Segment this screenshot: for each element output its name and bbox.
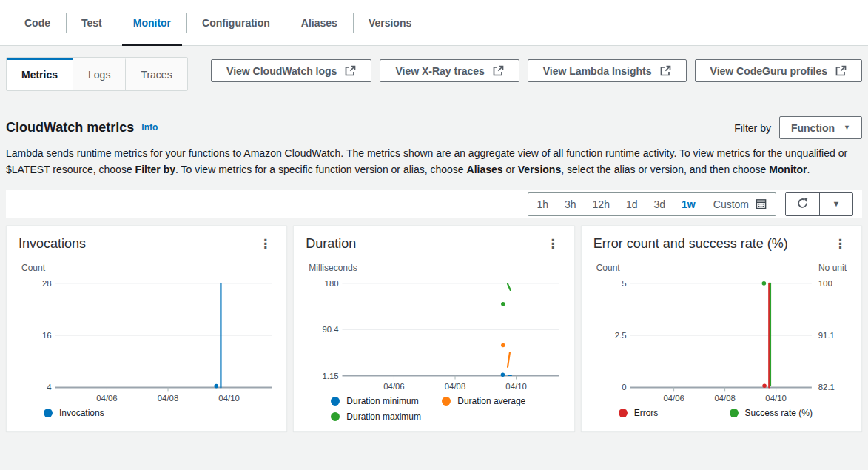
filter-by-label: Filter by	[734, 122, 771, 134]
chart-card-header: Invocations⋮	[18, 236, 275, 252]
calendar-icon	[756, 198, 767, 209]
refresh-options-button[interactable]: ▼	[819, 193, 852, 215]
tab-monitor[interactable]: Monitor	[118, 0, 186, 45]
legend-color-dot	[619, 409, 628, 417]
legend-label: Errors	[634, 408, 659, 418]
info-link[interactable]: Info	[141, 122, 158, 132]
tab-versions[interactable]: Versions	[353, 0, 427, 45]
legend-item-invocations[interactable]: Invocations	[44, 408, 275, 418]
legend-label: Duration maximum	[346, 412, 421, 422]
svg-text:100: 100	[818, 279, 832, 288]
legend-item-duration-minimum[interactable]: Duration minimum	[331, 396, 442, 406]
svg-text:04/10: 04/10	[218, 394, 239, 403]
external-link-icon	[344, 65, 356, 77]
svg-text:0: 0	[622, 383, 626, 392]
chart-title: Invocations	[18, 236, 86, 252]
time-toolbar: 1h3h12h1d3d1wCustom ▼	[6, 190, 862, 218]
svg-text:04/10: 04/10	[506, 382, 527, 391]
view-x-ray-traces-button[interactable]: View X-Ray traces	[380, 59, 519, 82]
chart-title: Duration	[306, 236, 356, 252]
svg-text:04/06: 04/06	[384, 382, 405, 391]
legend-label: Duration average	[457, 396, 525, 406]
chevron-down-icon: ▼	[844, 124, 850, 131]
action-buttons: View CloudWatch logsView X-Ray tracesVie…	[211, 59, 862, 82]
page-title-text: CloudWatch metrics	[6, 120, 134, 135]
left-axis-unit: Count	[596, 263, 620, 273]
legend-color-dot	[331, 397, 340, 406]
axis-unit-row: Milliseconds	[309, 263, 559, 273]
range-option-12h[interactable]: 12h	[585, 193, 618, 215]
description-text: Lambda sends runtime metrics for your fu…	[6, 146, 862, 178]
legend-label: Duration minimum	[346, 396, 418, 406]
chart-plot-invocations[interactable]: 2816404/0604/0804/10	[18, 276, 275, 406]
time-range-selector: 1h3h12h1d3d1wCustom	[528, 192, 776, 216]
metric-subtabs: MetricsLogsTraces	[6, 57, 188, 91]
chart-legend: ErrorsSuccess rate (%)	[619, 408, 850, 418]
chevron-down-icon: ▼	[832, 200, 841, 208]
legend-label: Invocations	[59, 408, 104, 418]
content-area: MetricsLogsTraces View CloudWatch logsVi…	[0, 57, 868, 432]
range-option-1h[interactable]: 1h	[528, 193, 556, 215]
svg-text:4: 4	[47, 383, 51, 392]
refresh-button[interactable]	[786, 193, 819, 215]
legend-color-dot	[331, 412, 340, 421]
external-link-icon	[835, 65, 847, 77]
tab-configuration[interactable]: Configuration	[186, 0, 286, 45]
svg-text:82.1: 82.1	[818, 383, 834, 392]
svg-text:04/06: 04/06	[663, 394, 684, 403]
tab-aliases[interactable]: Aliases	[286, 0, 353, 45]
button-label: View X-Ray traces	[395, 65, 484, 77]
axis-unit-row: Count	[21, 263, 272, 273]
tab-test[interactable]: Test	[66, 0, 118, 45]
view-codeguru-profiles-button[interactable]: View CodeGuru profiles	[695, 59, 862, 82]
kebab-menu-icon[interactable]: ⋮	[544, 236, 562, 252]
subtab-row: MetricsLogsTraces View CloudWatch logsVi…	[6, 57, 862, 91]
range-option-1d[interactable]: 1d	[618, 193, 646, 215]
left-axis-unit: Count	[21, 263, 45, 273]
chart-plot-error-count-and-success-rate[interactable]: 52.5010091.182.104/0604/0804/10	[593, 276, 850, 406]
button-label: View Lambda Insights	[543, 65, 652, 77]
svg-text:2.5: 2.5	[614, 331, 626, 340]
range-option-1w[interactable]: 1w	[673, 193, 704, 215]
chart-card-duration: Duration⋮Milliseconds18090.41.1504/0604/…	[293, 225, 574, 432]
filter-function-value: Function	[791, 122, 835, 134]
button-label: View CodeGuru profiles	[710, 65, 827, 77]
svg-text:90.4: 90.4	[323, 325, 339, 334]
legend-item-duration-maximum[interactable]: Duration maximum	[331, 412, 442, 422]
legend-color-dot	[730, 409, 739, 417]
view-lambda-insights-button[interactable]: View Lambda Insights	[528, 59, 687, 82]
subtab-logs[interactable]: Logs	[73, 58, 125, 90]
kebab-menu-icon[interactable]: ⋮	[256, 236, 275, 252]
legend-item-errors[interactable]: Errors	[619, 408, 730, 418]
legend-item-duration-average[interactable]: Duration average	[442, 396, 553, 406]
heading-row: CloudWatch metricsInfo Filter by Functio…	[6, 116, 862, 139]
range-option-custom[interactable]: Custom	[704, 193, 776, 215]
filter-function-dropdown[interactable]: Function ▼	[779, 116, 862, 139]
right-axis-unit: No unit	[818, 263, 847, 273]
svg-text:04/06: 04/06	[96, 394, 117, 403]
kebab-menu-icon[interactable]: ⋮	[831, 236, 850, 252]
refresh-icon	[796, 197, 809, 212]
svg-text:91.1: 91.1	[818, 331, 834, 340]
chart-legend: Invocations	[44, 408, 275, 418]
svg-text:04/08: 04/08	[158, 394, 178, 403]
main-tabs: CodeTestMonitorConfigurationAliasesVersi…	[0, 0, 868, 46]
tab-code[interactable]: Code	[9, 0, 66, 45]
button-label: View CloudWatch logs	[226, 65, 337, 77]
svg-text:04/08: 04/08	[714, 394, 735, 403]
range-option-3d[interactable]: 3d	[646, 193, 674, 215]
legend-item-success-rate[interactable]: Success rate (%)	[730, 408, 841, 418]
svg-text:28: 28	[42, 279, 52, 288]
subtab-metrics[interactable]: Metrics	[7, 58, 73, 90]
subtab-traces[interactable]: Traces	[125, 58, 186, 90]
chart-plot-duration[interactable]: 18090.41.1504/0604/0804/10	[306, 276, 562, 395]
legend-color-dot	[442, 397, 451, 406]
refresh-split-button: ▼	[785, 192, 853, 216]
chart-card-header: Error count and success rate (%)⋮	[593, 236, 850, 252]
view-cloudwatch-logs-button[interactable]: View CloudWatch logs	[211, 59, 371, 82]
chart-legend: Duration minimumDuration averageDuration…	[331, 396, 562, 422]
legend-label: Success rate (%)	[745, 408, 813, 418]
range-option-3h[interactable]: 3h	[556, 193, 585, 215]
legend-color-dot	[44, 409, 53, 417]
svg-text:1.15: 1.15	[323, 372, 339, 380]
